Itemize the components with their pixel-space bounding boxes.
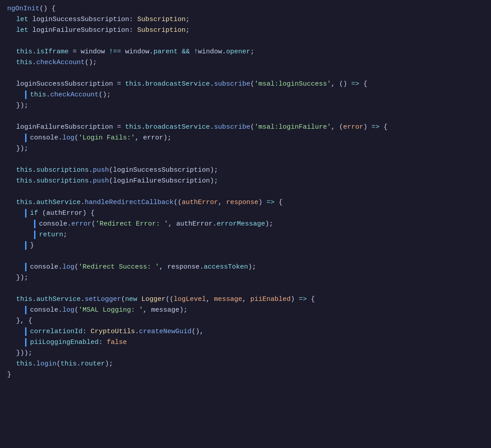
code-token: ) { <box>83 208 95 219</box>
code-token: loginFailureSubscription <box>16 122 117 133</box>
code-line <box>0 36 491 47</box>
code-line: return; <box>27 230 491 240</box>
code-line: }, { <box>9 316 491 326</box>
code-token: console <box>30 305 58 316</box>
code-token: : <box>99 337 107 348</box>
code-token: }); <box>16 100 28 111</box>
code-token: ) <box>258 197 266 208</box>
code-token: loginFailureSubscription <box>32 25 129 36</box>
code-token: { <box>379 122 387 133</box>
code-token: . <box>210 79 214 90</box>
code-line: correlationId: CryptoUtils.createNewGuid… <box>18 326 491 337</box>
code-token: . <box>32 165 36 176</box>
code-token: ( <box>109 165 113 176</box>
code-token: . <box>89 176 93 187</box>
code-token: Logger <box>141 294 165 305</box>
code-token: Subscription <box>137 25 186 36</box>
code-token: authError <box>46 208 83 219</box>
code-token: (); <box>99 90 111 100</box>
code-token: loginSuccessSubscription <box>16 79 117 90</box>
indent-bar <box>25 91 26 99</box>
code-token: return <box>39 230 63 240</box>
code-line: } <box>0 370 491 380</box>
code-token: => <box>351 79 359 90</box>
code-token: }); <box>16 144 28 154</box>
code-token: this <box>16 197 32 208</box>
code-line: }); <box>9 100 491 111</box>
code-token: ); <box>105 359 113 370</box>
code-line <box>0 68 491 79</box>
code-token: error <box>343 122 363 133</box>
code-token: ) <box>363 122 371 133</box>
code-line: this.subscriptions.push(loginSuccessSubs… <box>9 165 491 176</box>
code-token: . <box>81 294 85 305</box>
code-token: ; <box>250 47 254 57</box>
code-token: ( <box>250 79 254 90</box>
code-token: loginFailureSubscription <box>113 176 210 187</box>
code-line: if (authError) { <box>18 208 491 219</box>
code-token: . <box>149 47 153 57</box>
code-token: message <box>214 294 242 305</box>
code-token: => <box>266 197 274 208</box>
code-token: : <box>83 326 91 337</box>
code-token: . <box>58 305 62 316</box>
code-line: piiLoggingEnabled: false <box>18 337 491 348</box>
code-line: this.authService.handleRedirectCallback(… <box>9 197 491 208</box>
indent-bar <box>25 209 26 217</box>
indent-bar <box>34 231 35 239</box>
code-token: subscriptions <box>36 165 89 176</box>
code-token: response <box>226 197 258 208</box>
code-token: . <box>58 262 62 273</box>
code-token: , <box>143 305 151 316</box>
code-token: , <box>206 294 214 305</box>
code-token: message <box>151 305 179 316</box>
code-token: response <box>167 262 200 273</box>
code-token: ( <box>74 262 78 273</box>
code-line: this.authService.setLogger(new Logger((l… <box>9 294 491 305</box>
code-token: let <box>16 14 32 25</box>
code-token: , <box>135 133 143 144</box>
code-token: piiEnabled <box>250 294 291 305</box>
code-token: push <box>93 176 109 187</box>
code-token: && ! <box>178 47 198 57</box>
code-token: window <box>81 47 109 57</box>
code-token: push <box>93 165 109 176</box>
code-token: checkAccount <box>36 57 85 68</box>
code-token: console <box>30 133 58 144</box>
code-token: error <box>143 133 163 144</box>
code-token: ( <box>74 133 78 144</box>
code-line: this.checkAccount(); <box>18 90 491 100</box>
code-line: loginSuccessSubscription = this.broadcas… <box>9 79 491 90</box>
code-token: errorMessage <box>217 219 265 230</box>
indent-bar <box>34 220 35 228</box>
code-token: { <box>274 197 282 208</box>
code-token: = <box>117 122 125 133</box>
code-token: CryptoUtils <box>91 326 135 337</box>
code-token: 'Redirect Success: ' <box>78 262 159 273</box>
code-token: subscribe <box>214 122 250 133</box>
code-token: authService <box>36 197 81 208</box>
code-token: (), <box>191 326 204 337</box>
code-token: ( <box>42 208 46 219</box>
code-token: accessToken <box>204 262 248 273</box>
code-token: = <box>117 79 125 90</box>
code-token: error <box>71 219 91 230</box>
code-token: authError <box>176 219 213 230</box>
code-token: this <box>16 165 32 176</box>
code-token: this <box>16 57 32 68</box>
code-token: this <box>30 90 46 100</box>
code-token: . <box>200 262 204 273</box>
code-token: ); <box>210 176 218 187</box>
code-token: isIframe <box>36 47 69 57</box>
code-line <box>0 283 491 294</box>
code-line: this.isIframe = window !== window.parent… <box>9 47 491 57</box>
code-token: this <box>61 359 77 370</box>
code-token: logLevel <box>174 294 206 305</box>
indent-bar <box>25 134 26 142</box>
code-token: let <box>16 25 32 36</box>
code-token: (); <box>85 57 97 68</box>
code-token: !== <box>109 47 125 57</box>
code-token: ( <box>74 305 78 316</box>
code-token: . <box>58 133 62 144</box>
code-token: ); <box>210 165 218 176</box>
